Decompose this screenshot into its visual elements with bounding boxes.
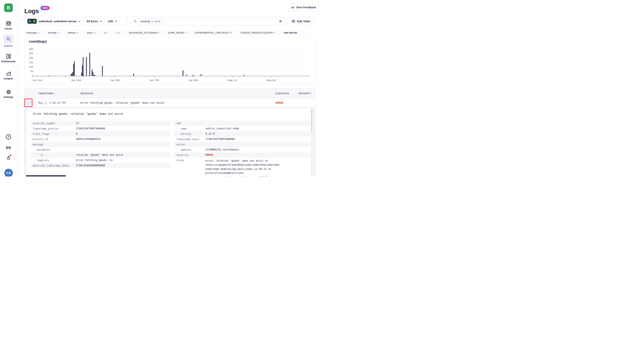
y-axis-tick-label: 150 <box>29 61 33 64</box>
chart-bar <box>102 66 103 76</box>
search-input[interactable]: severity is error × ✕ <box>131 17 284 26</box>
detail-field-row: server <box>174 142 311 147</box>
tree-connector <box>33 158 35 160</box>
chart-bar <box>92 72 94 76</box>
field-key: stack <box>174 159 205 162</box>
give-feedback-button[interactable]: Give Feedback <box>288 4 319 11</box>
logs-count-chart: 050100150200250300Apr 21stApr 23rdApr 25… <box>24 38 315 84</box>
cell-timestamp: May 1, 2:46:19 PM <box>38 99 65 107</box>
suggestion-chip[interactable]: 0is ... <box>102 30 113 35</box>
edit-table-button[interactable]: Edit Table <box>287 17 315 26</box>
field-key: trace_flags <box>30 132 76 135</box>
x-axis-tick-label: Apr 21st <box>32 79 42 82</box>
column-header-message[interactable]: MESSAGE <box>80 89 94 98</box>
scrollbar-thumb[interactable] <box>311 109 312 132</box>
detail-field-row: severityERROR <box>174 152 311 158</box>
whats-new-flame-icon[interactable] <box>0 155 17 161</box>
sidebar: B Issues Explore Dashboards <box>0 0 17 177</box>
log-detail-panel: Error fetching goods: relation "goods" d… <box>26 108 313 177</box>
environment-selector[interactable]: All Envs <box>86 20 98 23</box>
y-axis-tick-label: 100 <box>29 66 33 68</box>
detail-field-row: version9.12.0 <box>174 131 311 137</box>
tree-connector <box>177 131 179 134</box>
chart-bar <box>182 70 184 76</box>
suggestion-chip[interactable]: severityis ... <box>46 30 64 35</box>
see-full-list-chip[interactable]: See full list <box>282 30 299 35</box>
field-value: 4509118548606976 <box>76 137 100 141</box>
sidebar-item-issues[interactable]: Issues <box>0 21 17 30</box>
chip-qualifier: is ... <box>77 31 82 34</box>
broadcast-icon[interactable] <box>0 145 17 150</box>
chart-bar <box>92 69 93 76</box>
detail-fields-left: severity_number17timestamp_precise174613… <box>30 121 170 168</box>
date-range-selector[interactable]: 14D <box>108 20 113 23</box>
project-selector[interactable]: unborked, unborked-server <box>38 20 77 23</box>
chip-name: EXPERIMENTAL_CHECKOUT > <box>195 31 232 34</box>
cell-message: Error fetching goods: relation "goods" d… <box>80 99 165 107</box>
chip-qualifier: ... <box>276 31 278 34</box>
suggestion-chips: messageis ...severityis ...releaseis ...… <box>24 30 322 35</box>
suggestion-chip[interactable]: 1is ... <box>114 30 125 35</box>
detail-fields-right: sdknamesentry.javascript.nodeversion9.12… <box>174 121 311 177</box>
chip-qualifier: ... <box>233 31 235 34</box>
org-logo[interactable]: B <box>4 4 13 12</box>
chart-bar <box>84 75 84 76</box>
detail-field-row: message <box>30 142 170 147</box>
field-key: project_id <box>30 138 76 141</box>
suggestion-chip[interactable]: GOODS_PRODUCTQUERY >... <box>238 30 280 35</box>
suggestion-chip[interactable]: traceis ... <box>85 30 100 35</box>
chevron-down-icon <box>78 21 81 22</box>
notification-dot <box>10 154 11 156</box>
sidebar-item-label: Explore <box>4 44 13 47</box>
search-clear-icon[interactable]: ✕ <box>279 20 282 23</box>
field-value: 1746135983000000000 <box>76 163 105 168</box>
column-header-severity[interactable]: SEVERITY <box>298 89 311 98</box>
sidebar-item-insights[interactable]: Insights <box>0 71 17 80</box>
column-header-cartdata[interactable]: CARTDATA <box>275 89 289 98</box>
suggestion-chip[interactable]: DARK_MODE >... <box>166 30 191 35</box>
expand-row-button[interactable] <box>26 101 31 105</box>
user-avatar[interactable]: CA <box>4 169 13 177</box>
chip-qualifier: ... <box>160 31 162 34</box>
chart-bar <box>82 66 83 76</box>
search-explore-icon <box>6 36 11 42</box>
detail-field-row: trace_flags0 <box>30 131 170 137</box>
field-value: 0 <box>76 132 78 136</box>
suggestion-chip[interactable]: ADVANCED_FILTERING >... <box>126 30 164 35</box>
column-header-timestamp[interactable]: TIMESTAMP ↓ <box>38 89 56 98</box>
sidebar-item-settings[interactable]: Settings <box>0 89 17 98</box>
chip-qualifier: ... <box>187 31 189 34</box>
field-key: severity_number <box>30 122 76 125</box>
y-axis-tick-label: 0 <box>32 75 33 77</box>
field-value: 9.12.0 <box>205 132 214 136</box>
token-remove-icon[interactable]: × <box>162 20 163 23</box>
page-filter-bar: unborked, unborked-server All Envs 14D <box>24 17 128 26</box>
x-axis-tick-label: Apr 23rd <box>72 79 81 82</box>
chip-name: trace <box>87 31 93 34</box>
suggestion-chip[interactable]: EXPERIMENTAL_CHECKOUT >... <box>193 30 237 35</box>
suggestion-chip[interactable]: messageis ... <box>24 30 44 35</box>
explore-active-pill <box>4 34 14 43</box>
detail-field-row: sdk <box>174 121 311 126</box>
sidebar-item-dashboards[interactable]: Dashboards <box>0 54 17 63</box>
filter-token-severity[interactable]: severity is error × <box>139 18 165 24</box>
detail-scrollbar[interactable] <box>311 109 312 177</box>
page-title: Logs <box>24 8 39 15</box>
tree-connector <box>177 126 179 129</box>
detail-field-row: project_id4509118548606976 <box>30 137 170 142</box>
sidebar-item-explore[interactable]: Explore <box>0 34 17 47</box>
gear-icon <box>6 89 11 95</box>
help-button[interactable]: ? <box>0 134 17 140</box>
log-table-row[interactable]: May 1, 2:46:19 PM Error fetching goods: … <box>24 99 315 107</box>
chart-bar <box>186 75 187 76</box>
chart-bar <box>65 75 66 76</box>
beta-badge: beta <box>40 6 50 10</box>
chart-bar <box>71 74 72 76</box>
issues-icon <box>6 21 11 26</box>
y-axis-tick-label: 50 <box>30 70 33 73</box>
chart-bar <box>193 75 194 76</box>
field-key: severity <box>174 154 205 157</box>
detail-field-row: parameter <box>30 147 170 152</box>
y-axis-tick-label: 200 <box>29 57 33 59</box>
suggestion-chip[interactable]: releaseis ... <box>66 30 84 35</box>
